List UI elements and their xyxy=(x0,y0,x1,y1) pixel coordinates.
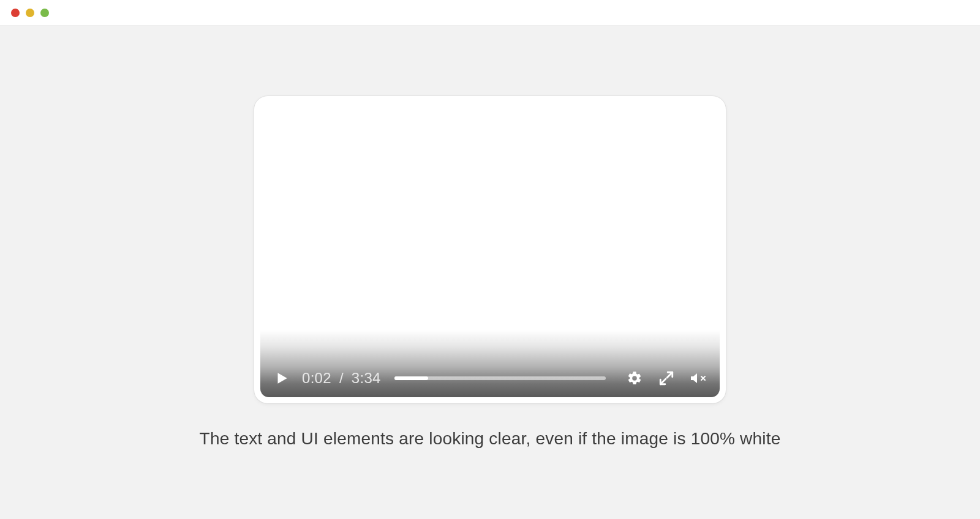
gear-icon xyxy=(627,370,643,386)
window-zoom-button[interactable] xyxy=(40,9,49,17)
window-titlebar xyxy=(0,0,980,26)
current-time: 0:02 xyxy=(302,370,331,386)
window-minimize-button[interactable] xyxy=(26,9,34,17)
mute-button[interactable] xyxy=(689,369,707,387)
video-player-card: 0:02 / 3:34 xyxy=(254,96,726,403)
content-stage: 0:02 / 3:34 xyxy=(0,26,980,519)
time-display: 0:02 / 3:34 xyxy=(302,370,381,387)
play-icon xyxy=(274,370,290,386)
time-separator: / xyxy=(339,370,344,386)
caption-text: The text and UI elements are looking cle… xyxy=(200,429,781,449)
settings-button[interactable] xyxy=(625,369,644,387)
progress-fill xyxy=(394,376,428,380)
right-controls xyxy=(625,369,707,387)
mute-icon xyxy=(689,370,707,386)
video-controls-bar: 0:02 / 3:34 xyxy=(260,359,720,397)
window-controls xyxy=(11,9,49,17)
duration: 3:34 xyxy=(352,370,381,386)
video-canvas[interactable] xyxy=(260,102,720,397)
play-button[interactable] xyxy=(273,369,291,387)
fullscreen-button[interactable] xyxy=(657,369,676,387)
video-player: 0:02 / 3:34 xyxy=(260,102,720,397)
progress-bar[interactable] xyxy=(394,376,606,380)
window-close-button[interactable] xyxy=(11,9,20,17)
fullscreen-icon xyxy=(658,370,674,386)
